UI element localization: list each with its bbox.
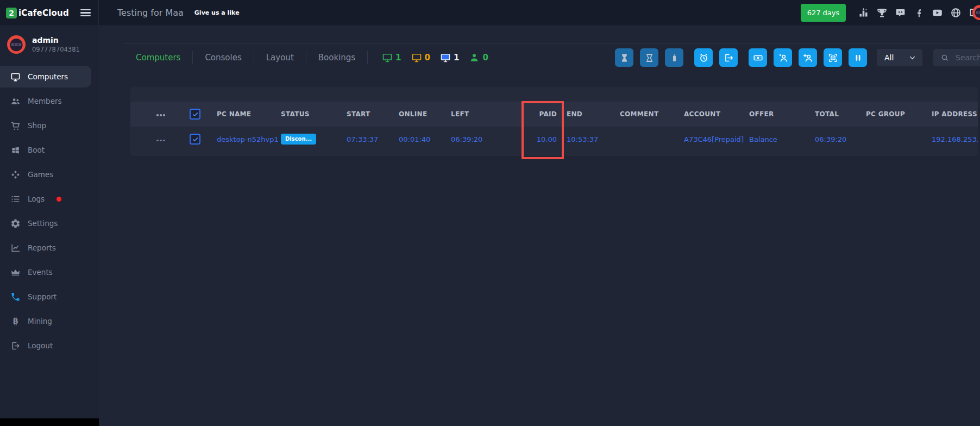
col-menu-header[interactable]	[130, 110, 183, 118]
admin-avatar[interactable]	[7, 35, 26, 54]
trophy-icon[interactable]	[876, 7, 888, 18]
col-start-header[interactable]: START	[347, 110, 399, 118]
search-box	[933, 49, 980, 66]
person-star-icon	[778, 53, 788, 63]
give-us-a-like-link[interactable]: Give us a like	[194, 9, 240, 16]
table-body: desktop-n52hvp1Discon...07:33:3700:01:40…	[130, 127, 978, 152]
col-left-cell: 06:39:20	[451, 135, 523, 143]
row-menu-dots[interactable]	[156, 137, 165, 144]
row-checkbox[interactable]	[190, 134, 200, 145]
col-status-cell: Discon...	[281, 134, 347, 145]
table-row[interactable]: desktop-n52hvp1Discon...07:33:3700:01:40…	[130, 127, 978, 152]
tab-computers[interactable]: Computers	[124, 51, 193, 64]
sidebar-item-label: Reports	[28, 243, 56, 252]
col-online-header[interactable]: ONLINE	[399, 110, 451, 118]
check-icon	[192, 111, 199, 118]
ninja-icon	[7, 35, 26, 54]
filter-select[interactable]: All	[877, 49, 922, 66]
col-pc_group-header[interactable]: PC GROUP	[866, 110, 932, 118]
hourglass-filled-button[interactable]	[615, 48, 633, 67]
sign-out-button[interactable]	[719, 48, 738, 67]
battery-button[interactable]	[665, 48, 683, 67]
youtube-icon[interactable]	[932, 7, 943, 18]
monitor-icon	[10, 72, 21, 82]
view-tabs: ComputersConsolesLayoutBookings	[124, 51, 368, 64]
hamburger-menu-icon[interactable]	[80, 9, 91, 17]
discord-icon[interactable]	[895, 7, 906, 18]
sidebar-item-mining[interactable]: BMining	[0, 310, 99, 332]
counter-pcs-total: 1	[440, 52, 459, 63]
sidebar-item-label: Mining	[28, 317, 52, 325]
sidebar-item-settings[interactable]: Settings	[0, 212, 99, 234]
col-pc_name-cell: desktop-n52hvp1	[217, 135, 281, 143]
col-pc_name-header[interactable]: PC NAME	[217, 110, 281, 118]
cart-icon	[10, 121, 21, 131]
members-icon	[10, 96, 21, 106]
pause-button[interactable]	[849, 48, 867, 67]
col-offer-header[interactable]: OFFER	[749, 110, 815, 118]
col-comment-header[interactable]: COMMENT	[620, 110, 684, 118]
col-select-header[interactable]	[183, 109, 217, 120]
sidebar-item-computers[interactable]: Computers	[0, 66, 91, 87]
cash-button[interactable]	[749, 48, 767, 67]
cafe-name: Testing for Maa	[117, 8, 184, 18]
tab-layout[interactable]: Layout	[254, 51, 306, 64]
search-input[interactable]	[954, 53, 980, 62]
app-logo-icon: 2	[6, 8, 17, 18]
col-ip-header[interactable]: IP ADDRESS	[932, 110, 978, 118]
col-ip-cell: 192.168.253.129	[932, 135, 978, 143]
games-icon	[10, 170, 21, 180]
facebook-icon[interactable]	[913, 7, 925, 18]
col-status-header[interactable]: STATUS	[281, 110, 347, 118]
app-logo: 2 iCafeCloud	[6, 8, 69, 18]
col-paid-header[interactable]: PAID	[523, 110, 563, 118]
sidebar-item-shop[interactable]: Shop	[0, 115, 99, 136]
sidebar-item-events[interactable]: Events	[0, 261, 99, 283]
select-all-checkbox[interactable]	[190, 109, 200, 120]
counter-value: 1	[454, 53, 459, 62]
sidebar-item-logout[interactable]: Logout	[0, 335, 99, 356]
monitor-icon	[440, 52, 451, 63]
globe-icon[interactable]	[950, 7, 962, 18]
sidebar: admin 097778704381 ComputersMembersShopB…	[0, 26, 99, 426]
bitcoin-icon: B	[10, 316, 21, 327]
col-left-header[interactable]: LEFT	[451, 110, 523, 118]
sidebar-item-support[interactable]: Support	[0, 286, 99, 308]
sidebar-item-reports[interactable]: Reports	[0, 237, 99, 259]
sidebar-item-boot[interactable]: Boot	[0, 139, 99, 161]
sidebar-item-label: Events	[28, 268, 53, 277]
sidebar-item-members[interactable]: Members	[0, 90, 99, 112]
sidebar-item-logs[interactable]: Logs	[0, 188, 99, 210]
sidebar-item-games[interactable]: Games	[0, 164, 99, 185]
logs-icon	[10, 194, 21, 204]
sidebar-item-label: Shop	[28, 121, 46, 130]
counter-value: 1	[395, 53, 401, 62]
scan-button[interactable]	[824, 48, 842, 67]
counter-pcs-idle: 0	[411, 52, 430, 63]
filter-value: All	[884, 53, 894, 62]
sidebar-profile: admin 097778704381	[0, 26, 99, 54]
search-icon	[940, 53, 949, 62]
chart-icon	[10, 243, 21, 253]
sidebar-item-label: Settings	[28, 219, 58, 228]
col-end-header[interactable]: END	[563, 110, 620, 118]
tab-consoles[interactable]: Consoles	[193, 51, 254, 64]
col-account-header[interactable]: ACCOUNT	[684, 110, 749, 118]
col-select-cell	[183, 134, 217, 145]
person-plus-button[interactable]	[799, 48, 817, 67]
logout-icon	[10, 341, 21, 351]
hourglass-icon	[644, 53, 655, 63]
ranking-icon[interactable]	[858, 7, 869, 18]
person-star-button[interactable]	[774, 48, 792, 67]
action-buttons	[615, 48, 867, 67]
tab-bookings[interactable]: Bookings	[306, 51, 368, 64]
days-remaining-button[interactable]: 627 days	[801, 4, 846, 22]
battery-icon	[669, 53, 680, 63]
sidebar-item-label: Logs	[28, 195, 45, 203]
alarm-button[interactable]	[694, 48, 713, 67]
col-total-header[interactable]: TOTAL	[815, 110, 866, 118]
col-online-cell: 00:01:40	[399, 135, 451, 143]
header-menu-dots[interactable]	[156, 112, 165, 118]
col-account-cell: A73C46[Prepaid]	[684, 135, 749, 143]
hourglass-button[interactable]	[640, 48, 658, 67]
